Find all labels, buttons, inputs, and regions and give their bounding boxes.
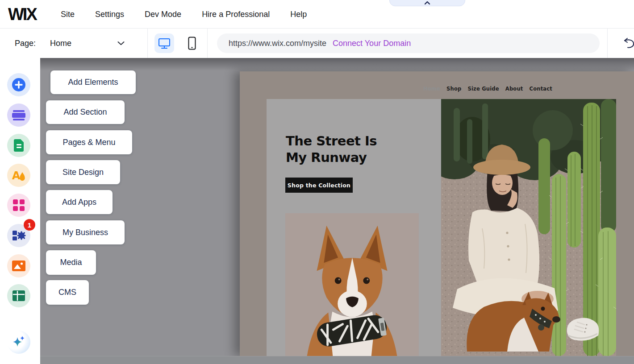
site-nav-home[interactable]: Home	[423, 86, 440, 92]
mobile-phone-icon	[188, 37, 196, 50]
site-nav-contact[interactable]: Contact	[530, 86, 553, 92]
woman-cactus-photo[interactable]	[441, 99, 616, 356]
mobile-view-button[interactable]	[182, 33, 202, 53]
design-drop-icon: A	[11, 168, 26, 182]
ai-assistant-button[interactable]	[7, 331, 30, 354]
menu-item-settings[interactable]: Settings	[95, 10, 124, 19]
editor-toolbar: Page: Home https://www.wix.com/mysite Co…	[0, 29, 634, 58]
site-navigation: Home Shop Size Guide About Contact	[423, 86, 552, 92]
my-business-label[interactable]: My Business	[46, 220, 125, 244]
add-section-label[interactable]: Add Section	[46, 100, 125, 124]
notification-badge: 1	[24, 219, 35, 231]
site-url-bar[interactable]: https://www.wix.com/mysite Connect Your …	[217, 33, 600, 53]
toolbar-divider	[607, 29, 608, 58]
editor-canvas[interactable]: Home Shop Size Guide About Contact The S…	[40, 58, 634, 364]
editor-left-sidebar: A	[0, 58, 40, 364]
site-nav-shop[interactable]: Shop	[446, 86, 461, 92]
page-label: Page:	[15, 39, 36, 48]
desktop-monitor-icon	[158, 38, 171, 49]
media-label[interactable]: Media	[46, 250, 96, 275]
chevron-down-icon[interactable]	[117, 41, 125, 46]
site-design-button[interactable]: A	[7, 164, 30, 187]
business-gear-icon	[12, 229, 26, 242]
wix-logo[interactable]: WIX	[8, 4, 36, 24]
toolbar-divider	[147, 29, 148, 58]
woman-cactus-illustration	[441, 99, 616, 356]
add-section-button[interactable]	[7, 103, 30, 127]
menu-item-site[interactable]: Site	[61, 10, 75, 19]
undo-arrow-icon	[622, 37, 634, 49]
cms-label[interactable]: CMS	[46, 280, 89, 305]
site-url-text[interactable]: https://www.wix.com/mysite	[229, 39, 326, 48]
hero-section[interactable]: The Street Is My Runway Shop the Collect…	[267, 99, 441, 356]
dog-product-image[interactable]	[285, 213, 419, 356]
page-icon	[12, 138, 25, 153]
table-icon	[12, 290, 25, 302]
page-selector-value[interactable]: Home	[50, 39, 71, 48]
ai-sparkles-icon	[11, 334, 27, 350]
image-icon	[12, 260, 26, 272]
horizontal-scrollbar[interactable]	[40, 356, 634, 364]
shop-collection-button[interactable]: Shop the Collection	[285, 178, 353, 193]
add-apps-button[interactable]	[7, 194, 30, 217]
collapse-panel-pill[interactable]	[389, 0, 465, 6]
toolbar-divider	[207, 29, 208, 58]
plus-icon	[12, 78, 26, 92]
cms-button[interactable]	[7, 284, 30, 307]
pages-menu-button[interactable]	[7, 134, 30, 157]
media-button[interactable]	[7, 254, 30, 277]
add-elements-label[interactable]: Add Elements	[50, 70, 136, 94]
wix-editor-window: WIX Site Settings Dev Mode Hire a Profes…	[0, 0, 634, 364]
section-icon	[12, 108, 26, 122]
top-menu-bar: WIX Site Settings Dev Mode Hire a Profes…	[0, 0, 634, 29]
pages-menu-label[interactable]: Pages & Menu	[46, 130, 132, 154]
svg-text:A: A	[12, 170, 21, 182]
menu-item-hire-a-professional[interactable]: Hire a Professional	[202, 10, 270, 19]
undo-button[interactable]	[622, 37, 634, 49]
dog-photo-illustration	[285, 213, 419, 356]
site-nav-size-guide[interactable]: Size Guide	[467, 86, 499, 92]
top-menu: Site Settings Dev Mode Hire a Profession…	[61, 0, 307, 29]
add-apps-label[interactable]: Add Apps	[46, 190, 113, 214]
chevron-up-icon	[424, 0, 431, 5]
site-design-label[interactable]: Site Design	[46, 160, 120, 184]
my-business-button[interactable]: 1	[7, 224, 30, 247]
menu-item-help[interactable]: Help	[290, 10, 307, 19]
hero-heading[interactable]: The Street Is My Runway	[286, 133, 377, 166]
toolbar-shadow	[40, 58, 634, 70]
site-page-background[interactable]: Home Shop Size Guide About Contact The S…	[240, 71, 634, 356]
add-elements-button[interactable]	[7, 73, 30, 96]
site-nav-about[interactable]: About	[505, 86, 523, 92]
menu-item-dev-mode[interactable]: Dev Mode	[145, 10, 181, 19]
desktop-view-button[interactable]	[154, 33, 174, 53]
apps-grid-icon	[13, 199, 25, 211]
connect-your-domain-link[interactable]: Connect Your Domain	[333, 39, 411, 48]
